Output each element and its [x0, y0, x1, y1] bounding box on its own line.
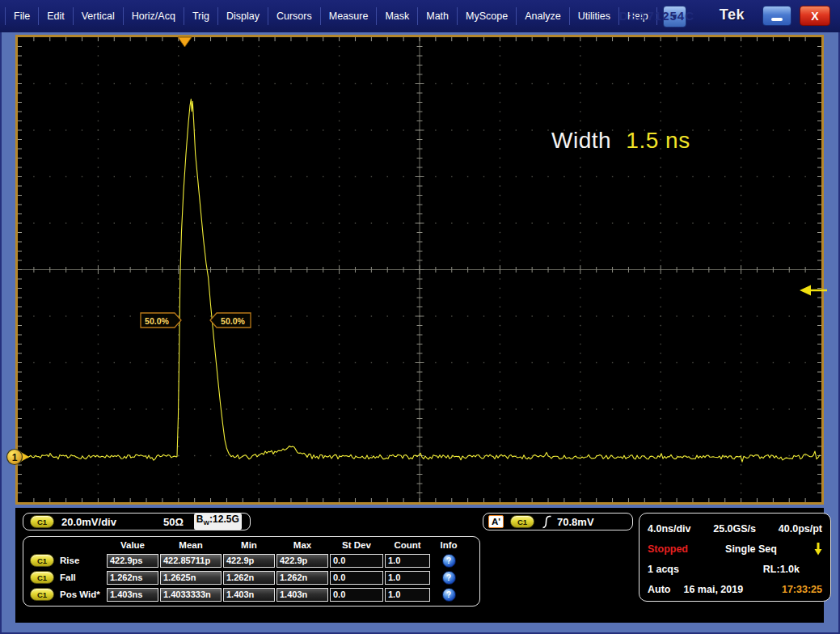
titlebar: File Edit Vertical Horiz/Acq Trig Displa… — [0, 0, 840, 32]
fall-value: 1.262ns — [107, 571, 158, 585]
header-max: Max — [276, 540, 328, 550]
menu-display[interactable]: Display — [218, 7, 268, 25]
termination-value: 50Ω — [163, 516, 184, 528]
trigger-channel-badge: C1 — [510, 515, 534, 528]
sample-rate-value: 25.0GS/s — [713, 523, 756, 535]
minimize-button[interactable] — [762, 6, 791, 26]
menu-analyze[interactable]: Analyze — [517, 7, 569, 25]
info-icon[interactable]: ? — [442, 554, 456, 568]
ref-marker-left-label: 50.0% — [145, 316, 169, 326]
poswid-mean: 1.4033333n — [160, 588, 222, 602]
vertical-readout[interactable]: C1 20.0mV/div 50Ω BW:12.5G — [23, 513, 251, 530]
menu-myscope[interactable]: MyScope — [458, 7, 517, 25]
acquisition-state: Stopped — [648, 543, 688, 555]
vertical-scale-value: 20.0mV/div — [61, 516, 116, 528]
menu-math[interactable]: Math — [418, 7, 458, 25]
date-display: 16 mai, 2019 — [683, 584, 743, 595]
width-annotation-value: 1.5 ns — [626, 128, 690, 153]
bw-subscript: W — [204, 520, 210, 527]
timebase-value: 4.0ns/div — [648, 523, 691, 535]
header-mean: Mean — [160, 540, 222, 550]
trigger-mode: Auto — [648, 584, 670, 595]
control-readout-panel: C1 20.0mV/div 50Ω BW:12.5G A' C1 70.8mV … — [15, 508, 824, 623]
close-button[interactable]: X — [800, 6, 830, 26]
channel1-marker-label: 1 — [12, 452, 18, 463]
info-icon[interactable]: ? — [442, 571, 456, 585]
poswid-max: 1.403n — [276, 588, 328, 602]
ref-marker-50pct-left: 50.0% — [141, 313, 181, 328]
menu-cursors[interactable]: Cursors — [268, 7, 321, 25]
trigger-position-marker[interactable] — [178, 37, 192, 47]
rise-count: 1.0 — [385, 554, 430, 568]
acquisition-count: 1 acqs — [648, 564, 679, 575]
channel1-badge: C1 — [30, 554, 54, 567]
measurement-row-label: C1 Rise — [28, 554, 105, 567]
width-annotation-label: Width — [551, 128, 611, 153]
measurement-name: Fall — [60, 573, 76, 582]
bw-prefix: B — [196, 514, 204, 525]
menu-vertical[interactable]: Vertical — [74, 7, 124, 25]
rise-max: 422.9p — [276, 554, 328, 568]
resolution-value: 40.0ps/pt — [779, 523, 822, 535]
header-info: Info — [432, 540, 466, 550]
record-length: RL:1.0k — [763, 564, 800, 575]
channel1-marker[interactable]: 1 — [7, 450, 30, 465]
oscilloscope-application-window: { "titlebar": { "menu": ["File","Edit","… — [0, 0, 840, 634]
close-icon: X — [811, 10, 818, 23]
measurement-name: Rise — [60, 556, 79, 565]
rise-value: 422.9ps — [107, 554, 158, 568]
trigger-position-icon — [814, 542, 822, 556]
fall-max: 1.262n — [276, 571, 328, 585]
tek-logo: Tek — [720, 6, 745, 23]
channel1-badge: C1 — [30, 515, 54, 528]
ref-marker-50pct-right: 50.0% — [210, 313, 251, 328]
measurement-name: Pos Wid* — [60, 590, 100, 599]
bw-value: :12.5G — [209, 514, 239, 525]
waveform-svg: 50.0% 50.0% 1 — [18, 37, 821, 502]
menu-measure[interactable]: Measure — [321, 7, 378, 25]
fall-mean: 1.2625n — [160, 571, 222, 585]
channel1-badge: C1 — [30, 571, 54, 584]
header-count: Count — [385, 540, 430, 550]
measurement-row-label: C1 Fall — [28, 571, 105, 584]
fall-count: 1.0 — [385, 571, 430, 585]
fall-min: 1.262n — [223, 571, 275, 585]
width-annotation: Width 1.5 ns — [551, 128, 690, 154]
poswid-value: 1.403ns — [107, 588, 158, 602]
menu-trig[interactable]: Trig — [184, 7, 218, 25]
trigger-level-value: 70.8mV — [557, 516, 594, 528]
header-stdev: St Dev — [330, 540, 383, 550]
acquisition-status: 4.0ns/div 25.0GS/s 40.0ps/pt Stopped Sin… — [639, 513, 831, 602]
poswid-min: 1.403n — [223, 588, 275, 602]
time-display: 17:33:25 — [782, 584, 822, 595]
fall-stdev: 0.0 — [330, 571, 383, 585]
rise-stdev: 0.0 — [330, 554, 383, 568]
menu-horiz-acq[interactable]: Horiz/Acq — [124, 7, 184, 25]
info-icon[interactable]: ? — [442, 588, 456, 602]
menu-edit[interactable]: Edit — [39, 7, 74, 25]
menu-mask[interactable]: Mask — [377, 7, 418, 25]
model-watermark: DSA71254C — [619, 9, 694, 23]
acquisition-mode: Single Seq — [725, 543, 777, 555]
ref-marker-right-label: 50.0% — [221, 316, 245, 326]
trigger-level-arrow[interactable] — [800, 285, 827, 296]
bandwidth-readout: BW:12.5G — [194, 514, 242, 529]
menu-utilities[interactable]: Utilities — [570, 7, 619, 25]
trigger-readout[interactable]: A' C1 70.8mV — [483, 513, 633, 530]
poswid-stdev: 0.0 — [330, 588, 383, 602]
channel1-badge: C1 — [30, 588, 54, 601]
minimize-icon — [771, 18, 783, 21]
rise-mean: 422.85711p — [160, 554, 222, 568]
menu-file[interactable]: File — [5, 7, 39, 25]
measurement-row-label: C1 Pos Wid* — [28, 588, 105, 601]
header-value: Value — [107, 540, 158, 550]
graticule — [18, 37, 822, 502]
measurement-table: Value Mean Min Max St Dev Count Info C1 … — [23, 536, 480, 607]
poswid-count: 1.0 — [385, 588, 430, 602]
header-min: Min — [223, 540, 275, 550]
rise-min: 422.9p — [223, 554, 275, 568]
trigger-source-badge: A' — [488, 515, 504, 528]
rising-edge-icon — [542, 515, 552, 529]
waveform-display: 50.0% 50.0% 1 Width 1.5 ns — [15, 35, 824, 505]
